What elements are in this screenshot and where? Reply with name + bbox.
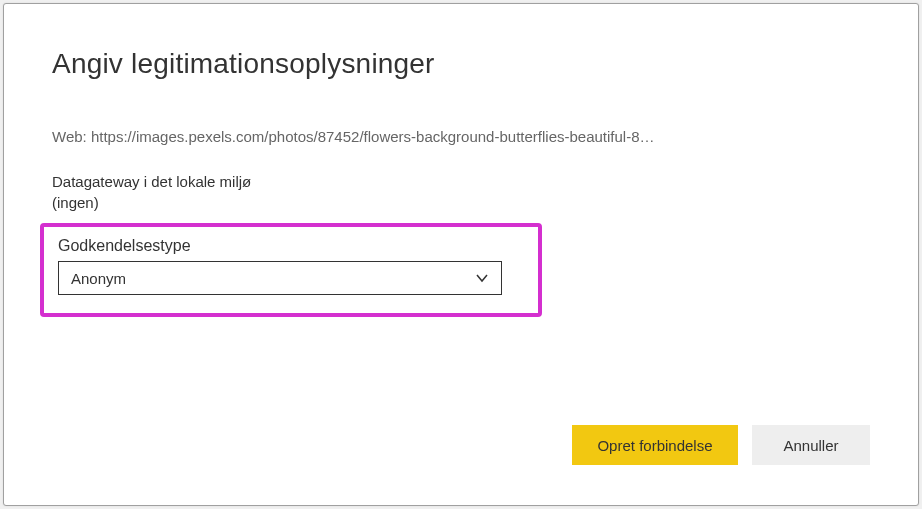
auth-type-select[interactable]: Anonym — [58, 261, 502, 295]
gateway-label: Datagateway i det lokale miljø — [52, 173, 870, 190]
auth-type-select-wrapper: Anonym — [58, 261, 502, 295]
auth-highlight-box: Godkendelsestype Anonym — [40, 223, 542, 317]
dialog-title: Angiv legitimationsoplysninger — [52, 48, 870, 80]
gateway-value: (ingen) — [52, 194, 870, 211]
credentials-dialog: Angiv legitimationsoplysninger Web: http… — [3, 3, 919, 506]
cancel-button[interactable]: Annuller — [752, 425, 870, 465]
auth-type-selected-value: Anonym — [71, 270, 126, 287]
source-url: https://images.pexels.com/photos/87452/f… — [91, 128, 655, 145]
auth-type-label: Godkendelsestype — [58, 237, 524, 255]
dialog-button-row: Opret forbindelse Annuller — [572, 425, 870, 465]
source-prefix: Web: — [52, 128, 91, 145]
connect-button[interactable]: Opret forbindelse — [572, 425, 738, 465]
source-line: Web: https://images.pexels.com/photos/87… — [52, 128, 870, 145]
chevron-down-icon — [475, 271, 489, 285]
